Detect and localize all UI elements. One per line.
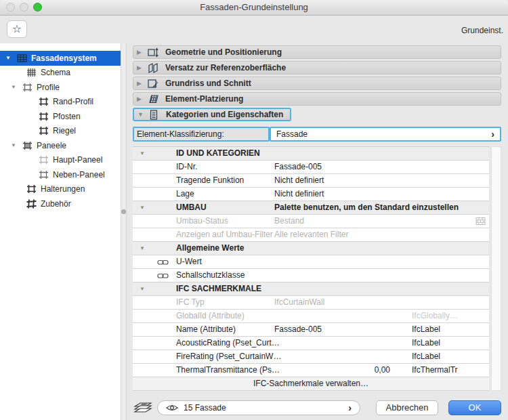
triangle-right-icon: ▶	[137, 49, 147, 56]
splitter-handle-icon[interactable]	[121, 209, 126, 214]
frame-mid-icon	[38, 169, 49, 180]
triangle-down-icon[interactable]: ▼	[11, 84, 22, 90]
selected-elements-dropdown[interactable]: 15 Fassade ›	[157, 400, 360, 415]
settings-mode-label: Grundeinst.	[461, 26, 503, 35]
table-row-name-attribute[interactable]: Name (Attribute)Fassade-005IfcLabel	[133, 323, 489, 337]
property-label: Name (Attribute)	[176, 323, 236, 336]
property-label: ID-Nr.	[176, 161, 197, 173]
table-row-thermaltransmittance-ps[interactable]: ThermalTransmittance (Ps…0,00IfcThermalT…	[133, 364, 489, 377]
accordion-section-label: Kategorien und Eigenschaften	[166, 110, 283, 119]
sidebar-item-neben-paneel[interactable]: Neben-Paneel	[0, 167, 121, 182]
sidebar-item-profile[interactable]: ▼Profile	[0, 80, 121, 95]
zoom-window-icon[interactable]	[33, 3, 42, 12]
main-panel: ▶Geometrie und Positionierung▶Versatz zu…	[133, 45, 501, 391]
table-section-id-und-kategorien[interactable]: ▼ID UND KATEGORIEN	[133, 147, 489, 161]
ifc-type-label: IfcLabel	[412, 337, 440, 350]
favorites-button[interactable]: ☆	[7, 20, 27, 38]
property-label: Schallschutzklasse	[176, 269, 245, 282]
accordion-section-element-platzierung[interactable]: ▶Element-Platzierung	[133, 92, 501, 106]
hash-bold-icon	[26, 198, 37, 209]
layers-icon	[133, 406, 152, 416]
accordion-section-grundriss-und-schnitt[interactable]: ▶Grundriss und Schnitt	[133, 77, 501, 90]
triangle-down-icon[interactable]: ▼	[140, 282, 145, 295]
accordion-section-versatz-zur-referenzoberfl-che[interactable]: ▶Versatz zur Referenzoberfläche	[133, 61, 501, 75]
table-row-u-wert[interactable]: U-Wert	[133, 255, 489, 269]
table-row-ifc-typ[interactable]: IFC TypIfcCurtainWall	[133, 296, 489, 310]
table-row-lage[interactable]: LageNicht definiert	[133, 188, 489, 201]
sidebar-item-paneele[interactable]: ▼Paneele	[0, 138, 121, 153]
window-title: Fassaden-Grundeinstellung	[0, 0, 508, 15]
property-label: ThermalTransmittance (Ps…	[176, 364, 280, 377]
sidebar-item-label: Neben-Paneel	[53, 170, 105, 180]
cancel-button[interactable]: Abbrechen	[376, 400, 438, 415]
triangle-down-icon[interactable]: ▼	[5, 55, 16, 61]
close-window-icon[interactable]	[6, 3, 15, 12]
property-value: Nicht definiert	[274, 174, 324, 187]
property-value-numeric: 0,00	[322, 364, 390, 377]
sidebar-item-halterungen[interactable]: Halterungen	[0, 182, 121, 197]
reference-offset-icon	[147, 62, 159, 74]
triangle-down-icon: ▼	[137, 111, 148, 118]
table-row-umbau-status[interactable]: Umbau-StatusBestand	[133, 215, 489, 228]
sidebar-tree: ▼FassadensystemSchema▼ProfileRand-Profil…	[0, 43, 121, 420]
sidebar-item-label: Pfosten	[53, 112, 81, 121]
sidebar-item-label: Fassadensystem	[31, 54, 97, 63]
property-label: U-Wert	[176, 255, 202, 268]
ifc-type-label: IfcThermalTr	[412, 364, 458, 377]
element-classification-dropdown[interactable]: Fassade ›	[270, 127, 501, 142]
sidebar-item-label: Haupt-Paneel	[53, 155, 102, 165]
sidebar-item-label: Profile	[37, 83, 60, 92]
triangle-down-icon[interactable]: ▼	[140, 242, 145, 255]
table-row-anzeigen-auf-umbau-filter[interactable]: Anzeigen auf Umbau-FilterAlle relevanten…	[133, 228, 489, 242]
sidebar-item-pfosten[interactable]: Pfosten	[0, 109, 121, 124]
property-label: UMBAU	[176, 201, 207, 214]
triangle-right-icon: ▶	[137, 96, 147, 102]
element-classification-value: Fassade	[276, 129, 491, 139]
triangle-down-icon[interactable]: ▼	[11, 142, 22, 148]
sidebar-item-label: Halterungen	[41, 184, 85, 194]
table-row-id-nr[interactable]: ID-Nr.Fassade-005	[133, 161, 489, 174]
minimize-window-icon[interactable]	[20, 3, 28, 12]
table-section-ifc-sachmerkmale[interactable]: ▼IFC SACHMERKMALE	[133, 282, 489, 296]
property-value: IfcCurtainWall	[274, 296, 324, 309]
frame-dark-icon	[26, 184, 37, 194]
manage-ifc-properties-button[interactable]: IFC-Sachmerkmale verwalten…	[133, 377, 489, 391]
property-label: Allgemeine Werte	[176, 242, 244, 255]
sidebar-item-rand-profil[interactable]: Rand-Profil	[0, 95, 121, 110]
geometry-position-icon	[147, 47, 159, 58]
accordion-section-geometrie-und-positionierung[interactable]: ▶Geometrie und Positionierung	[133, 45, 501, 59]
floorplan-section-icon	[147, 78, 159, 89]
triangle-down-icon[interactable]: ▼	[140, 147, 145, 160]
sidebar-item-riegel[interactable]: Riegel	[0, 124, 121, 139]
sidebar-item-label: Schema	[41, 68, 70, 77]
table-scrollbar[interactable]	[491, 146, 501, 391]
ifc-type-label: IfcGlobally…	[412, 310, 458, 322]
sidebar-item-haupt-paneel[interactable]: Haupt-Paneel	[0, 153, 121, 168]
table-row-tragende-funktion[interactable]: Tragende FunktionNicht definiert	[133, 174, 489, 188]
property-value: Fassade-005	[274, 323, 322, 336]
property-label: FireRating (Pset_CurtainW…	[176, 350, 281, 363]
sidebar-item-schema[interactable]: Schema	[0, 66, 121, 81]
sidebar-splitter[interactable]	[121, 43, 127, 420]
table-section-umbau[interactable]: ▼UMBAUPalette benutzen, um den Standard …	[133, 201, 489, 215]
table-row-firerating-pset-curtainw[interactable]: FireRating (Pset_CurtainW…IfcLabel	[133, 350, 489, 364]
property-value: Nicht definiert	[274, 188, 324, 201]
table-row-schallschutzklasse[interactable]: Schallschutzklasse	[133, 269, 489, 282]
table-row-globalid-attribute[interactable]: GlobalId (Attribute)IfcGlobally…	[133, 310, 489, 323]
frame-light-icon	[38, 154, 49, 165]
layer-settings-button[interactable]	[133, 400, 153, 415]
sidebar-item-fassadensystem[interactable]: ▼Fassadensystem	[0, 51, 121, 66]
selected-elements-count: 15 Fassade	[184, 403, 348, 413]
ok-button[interactable]: OK	[448, 400, 501, 415]
accordion-section-kategorien-und-eigenschaften[interactable]: ▼Kategorien und Eigenschaften	[133, 108, 291, 121]
titlebar: Fassaden-Grundeinstellung	[0, 0, 508, 16]
property-label: GlobalId (Attribute)	[176, 310, 245, 322]
triangle-down-icon[interactable]: ▼	[140, 201, 145, 214]
table-row-acousticrating-pset-curt[interactable]: AcousticRating (Pset_Curt…IfcLabel	[133, 337, 489, 350]
table-section-allgemeine-werte[interactable]: ▼Allgemeine Werte	[133, 242, 489, 255]
panel-filled-icon	[22, 140, 33, 151]
property-label: IFC SACHMERKMALE	[176, 282, 261, 295]
frame-dark-icon	[38, 125, 49, 136]
sidebar-item-zubeh-r[interactable]: Zubehör	[0, 196, 121, 211]
categories-properties-icon	[148, 109, 160, 121]
